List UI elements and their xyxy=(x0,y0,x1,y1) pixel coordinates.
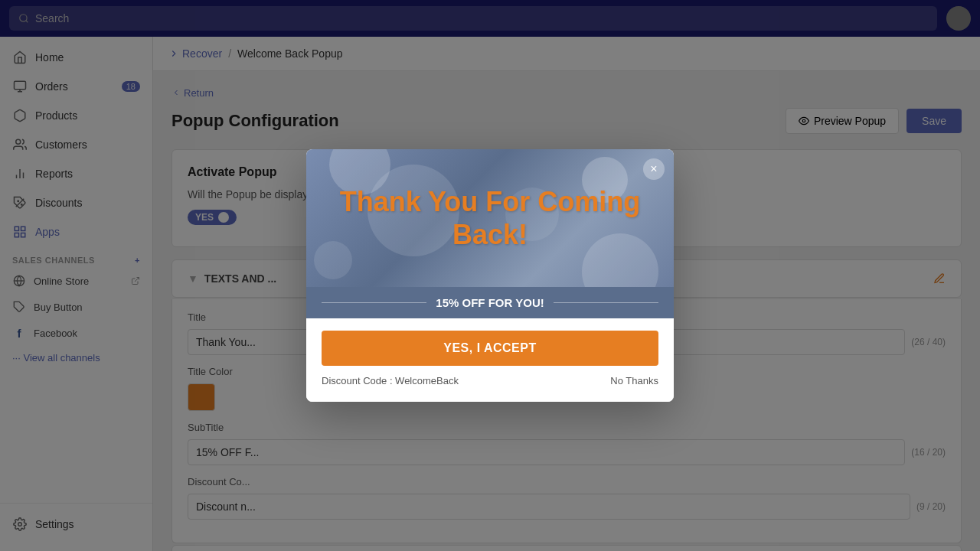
subtitle-line-left xyxy=(322,302,426,303)
popup-hero: Thank You For Coming Back! xyxy=(306,149,674,287)
popup-subtitle-area: 15% OFF FOR YOU! xyxy=(306,287,674,318)
popup-footer-row: Discount Code : WelcomeBack No Thanks xyxy=(322,375,658,386)
popup-hero-text: Thank You For Coming Back! xyxy=(306,185,674,251)
no-thanks-button[interactable]: No Thanks xyxy=(610,375,658,386)
popup-discount-code-text: Discount Code : WelcomeBack xyxy=(322,375,459,386)
subtitle-line-right xyxy=(554,302,658,303)
accept-button[interactable]: YES, I ACCEPT xyxy=(322,331,658,366)
popup-modal: × Thank You For Coming Back! 15% OFF FOR… xyxy=(306,149,674,402)
popup-body: YES, I ACCEPT Discount Code : WelcomeBac… xyxy=(306,318,674,402)
popup-close-button[interactable]: × xyxy=(643,158,665,180)
modal-overlay[interactable]: × Thank You For Coming Back! 15% OFF FOR… xyxy=(0,0,980,551)
popup-subtitle-text: 15% OFF FOR YOU! xyxy=(436,296,544,309)
